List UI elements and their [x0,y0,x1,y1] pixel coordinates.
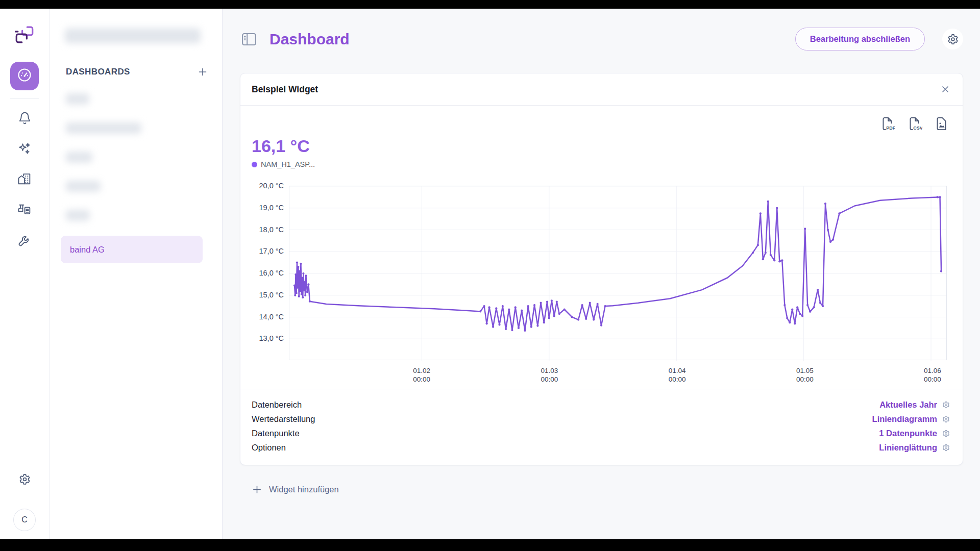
close-icon[interactable] [940,84,950,94]
chart-legend: NAM_H1_ASP... [252,160,951,168]
y-tick-label: 14,0 °C [252,312,284,322]
widget-body: PDF CSV [240,106,963,389]
x-tick-label: 01.0400:00 [669,366,686,384]
rail-bottom-group: C [12,469,37,531]
setting-value[interactable]: 1 Datenpunkte [879,429,937,438]
gear-icon[interactable] [942,429,950,438]
y-tick-label: 19,0 °C [252,203,284,213]
y-tick-label: 13,0 °C [252,333,284,343]
legend-series-label: NAM_H1_ASP... [261,160,315,168]
bell-icon [18,111,32,127]
finish-editing-button[interactable]: Bearbeitung abschließen [795,28,925,51]
svg-text:PDF: PDF [886,126,895,131]
report-icon [17,202,32,219]
header-actions: Bearbeitung abschließen [795,28,963,51]
redacted-dashboard-item[interactable] [66,181,101,192]
setting-row: Datenpunkte 1 Datenpunkte [252,426,950,440]
setting-label: Datenbereich [252,400,302,410]
y-tick-label: 16,0 °C [252,268,284,278]
export-image-icon[interactable] [934,116,949,132]
redacted-dashboard-item[interactable] [66,210,90,221]
sidebar-item-settings[interactable] [12,469,37,491]
setting-label: Optionen [252,443,286,453]
dashboard-list: baind AG [61,93,213,263]
sidebar-item-dashboards[interactable] [10,62,39,90]
widget-title: Beispiel Widget [252,84,318,95]
widget-settings: Datenbereich Aktuelles Jahr Wertedarstel… [240,389,963,465]
sidebar-item-assistant[interactable] [12,138,37,161]
redacted-dashboard-item[interactable] [66,122,141,134]
current-value: 16,1 °C [252,136,951,156]
dashboard-item-selected[interactable]: baind AG [61,236,203,263]
y-tick-label: 15,0 °C [252,290,284,300]
main-content: Dashboard Bearbeitung abschließen Beispi… [223,9,980,539]
export-toolbar: PDF CSV [879,116,949,132]
rail-divider [10,98,39,98]
svg-text:CSV: CSV [913,126,922,131]
dashboards-sidebar: DASHBOARDS baind AG [50,9,223,539]
top-black-bar [0,0,980,9]
bottom-black-bar [0,539,980,551]
x-tick-label: 01.0200:00 [413,366,430,384]
setting-label: Datenpunkte [252,429,300,438]
gear-icon[interactable] [942,400,950,409]
gear-icon [18,472,32,488]
app-window: C DASHBOARDS [0,9,980,539]
legend-dot-icon [252,162,257,167]
setting-label: Wertedarstellung [252,414,315,424]
gear-icon[interactable] [942,415,950,423]
setting-value[interactable]: Linienglättung [879,443,937,453]
x-tick-label: 01.0300:00 [541,366,558,384]
x-axis-labels: 01.0200:0001.0300:0001.0400:0001.0500:00… [289,360,947,389]
export-csv-icon[interactable]: CSV [906,116,922,132]
sidebar-item-buildings[interactable] [12,169,37,191]
dashboards-section-header: DASHBOARDS [66,67,208,77]
sparkles-icon [17,141,32,158]
sidebar-item-reports[interactable] [12,199,37,222]
add-widget-button[interactable]: Widget hinzufügen [252,485,339,494]
dashboards-section-title: DASHBOARDS [66,67,130,77]
redacted-workspace-name [65,28,201,43]
buildings-icon [17,171,32,189]
y-tick-label: 20,0 °C [252,181,284,191]
setting-row: Datenbereich Aktuelles Jahr [252,397,950,412]
setting-row: Wertedarstellung Liniendiagramm [252,412,950,426]
wrench-icon [17,233,32,249]
gear-icon[interactable] [942,443,950,452]
user-avatar[interactable]: C [13,509,36,531]
x-tick-label: 01.0600:00 [924,366,941,384]
icon-rail: C [0,9,50,539]
screen: C DASHBOARDS [0,0,980,551]
chart-plot [289,186,947,360]
y-tick-label: 18,0 °C [252,224,284,235]
redacted-dashboard-item[interactable] [66,152,92,163]
dashboard-gauge-icon [17,67,32,85]
setting-value[interactable]: Liniendiagramm [872,414,937,424]
add-dashboard-button[interactable] [198,67,208,77]
selected-dashboard-label: baind AG [70,245,105,255]
y-tick-label: 17,0 °C [252,246,284,256]
page-settings-button[interactable] [942,29,963,49]
chart-row: 20,0 °C19,0 °C18,0 °C17,0 °C16,0 °C15,0 … [252,186,951,360]
avatar-letter: C [21,515,28,524]
add-widget-label: Widget hinzufügen [269,485,339,494]
widget-header: Beispiel Widget [240,73,963,106]
app-logo [14,24,35,47]
setting-row: Optionen Linienglättung [252,440,950,455]
panel-layout-icon[interactable] [240,30,258,48]
sidebar-item-tools[interactable] [12,230,37,253]
redacted-dashboard-item[interactable] [66,93,89,105]
page-header: Dashboard Bearbeitung abschließen [240,28,963,51]
x-tick-label: 01.0500:00 [796,366,814,384]
y-axis-labels: 20,0 °C19,0 °C18,0 °C17,0 °C16,0 °C15,0 … [252,186,284,360]
sidebar-item-notifications[interactable] [12,108,37,130]
widget-card: Beispiel Widget PDF [240,73,963,465]
page-title: Dashboard [270,31,350,48]
plus-icon [252,485,262,494]
setting-value[interactable]: Aktuelles Jahr [879,400,937,410]
export-pdf-icon[interactable]: PDF [879,116,895,132]
